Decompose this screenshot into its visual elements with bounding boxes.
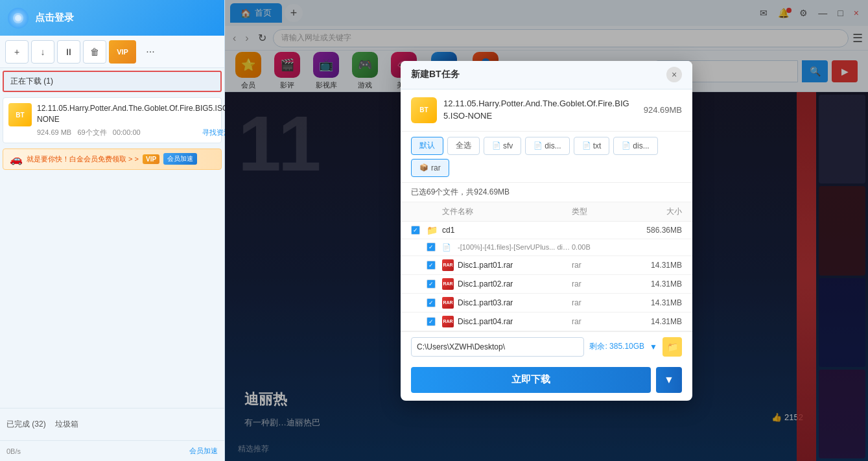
file-row-part01[interactable]: RAR Disc1.part01.rar rar 14.31MB xyxy=(401,256,692,275)
file-size-part04: 14.31MB xyxy=(624,317,682,326)
app-logo xyxy=(8,8,29,29)
status-bar: 0B/s 会员加速 xyxy=(0,440,224,461)
browser-panel: 🏠 首页 + ✉ 🔔 ⚙ — □ × ‹ › ↻ 请输入网址或关键字 ☰ xyxy=(225,0,868,461)
file-row-part02[interactable]: RAR Disc1.part02.rar rar 14.31MB xyxy=(401,275,692,294)
checkbox-cd1[interactable] xyxy=(411,226,420,235)
member-speed-btn[interactable]: 会员加速 xyxy=(163,153,197,165)
rar-icon-part03: RAR xyxy=(442,297,454,309)
checkbox-part03[interactable] xyxy=(427,298,436,307)
modal-file-row: BT 12.11.05.Harry.Potter.And.The.Goblet.… xyxy=(401,89,692,132)
filter-dis2[interactable]: 📄 dis... xyxy=(613,137,657,155)
info-icon: 📄 xyxy=(442,243,451,252)
folder-cd1-icon: 📁 xyxy=(427,225,438,235)
modal-footer-path: 剩余: 385.10GB ▼ 📁 xyxy=(401,331,692,362)
left-bottom-tabs: 已完成 (32) 垃圾箱 xyxy=(0,408,224,440)
file-name-part03: Disc1.part03.rar xyxy=(458,298,572,307)
filter-rar[interactable]: 📦 rar xyxy=(411,159,449,177)
more-button[interactable]: ··· xyxy=(139,40,162,64)
download-now-button[interactable]: 立即下载 xyxy=(411,367,651,393)
filter-default[interactable]: 默认 xyxy=(411,137,443,155)
file-name-part04: Disc1.part04.rar xyxy=(458,317,572,326)
download-arrow-button[interactable]: ▼ xyxy=(656,367,682,393)
modal-header: 新建BT任务 × xyxy=(401,61,692,89)
file-name-part02: Disc1.part02.rar xyxy=(458,279,572,289)
selected-info: 已选69个文件，共924.69MB xyxy=(401,183,692,202)
file-row-info[interactable]: 📄 -[100%]-[41.files]-[ServUPlus... disc1… xyxy=(401,239,692,256)
rar-icon-part04: RAR xyxy=(442,316,454,327)
file-size-cd1: 586.36MB xyxy=(624,226,682,235)
speed-text: 0B/s xyxy=(6,447,21,455)
file-list-header: 文件名称 类型 大小 xyxy=(401,202,692,222)
file-list-body: 📁 cd1 586.36MB 📄 -[100%]-[41.files]-[Ser… xyxy=(401,222,692,331)
bt-folder-icon: BT xyxy=(411,97,437,123)
folder-choose-button[interactable]: 📁 xyxy=(663,337,682,357)
left-panel: 点击登录 + ↓ ⏸ 🗑 VIP ··· 正在下载 (1) BT 12.11.0… xyxy=(0,0,225,461)
filter-all[interactable]: 全选 xyxy=(447,137,480,155)
svg-point-1 xyxy=(15,15,21,21)
vip-badge: VIP xyxy=(143,154,159,164)
file-name-part01: Disc1.part01.rar xyxy=(458,261,572,270)
file-size-part03: 14.31MB xyxy=(624,298,682,307)
modal-overlay: 新建BT任务 × BT 12.11.05.Harry.Potter.And.Th… xyxy=(225,0,868,461)
modal-file-size: 924.69MB xyxy=(644,105,682,115)
modal-download-bar: 立即下载 ▼ xyxy=(401,362,692,401)
modal-title: 新建BT任务 xyxy=(411,69,460,80)
delete-button[interactable]: 🗑 xyxy=(83,40,106,64)
app-title: 点击登录 xyxy=(35,12,74,24)
modal-close-button[interactable]: × xyxy=(666,67,682,82)
download-info: 12.11.05.Harry.Potter.And.The.Goblet.Of.… xyxy=(37,103,231,137)
file-row-cd1[interactable]: 📁 cd1 586.36MB xyxy=(401,222,692,239)
file-row-part04[interactable]: RAR Disc1.part04.rar rar 14.31MB xyxy=(401,313,692,331)
col-type-header: 类型 xyxy=(572,206,624,217)
app-header: 点击登录 xyxy=(0,0,224,36)
file-row-part03[interactable]: RAR Disc1.part03.rar rar 14.31MB xyxy=(401,294,692,313)
modal-file-name: 12.11.05.Harry.Potter.And.The.Goblet.Of.… xyxy=(443,98,637,121)
checkbox-part02[interactable] xyxy=(427,279,436,289)
rar-icon-part02: RAR xyxy=(442,278,454,290)
file-name-info: -[100%]-[41.files]-[ServUPlus... disc1]-… xyxy=(458,242,572,252)
col-name-header: 文件名称 xyxy=(442,206,572,217)
car-icon: 🚗 xyxy=(10,153,23,165)
filter-bar: 默认 全选 📄 sfv 📄 dis... 📄 txt 📄 dis... 📦 ra… xyxy=(401,132,692,183)
rar-icon-part01: RAR xyxy=(442,259,454,271)
file-name-cd1: cd1 xyxy=(442,226,572,235)
add-button[interactable]: + xyxy=(5,40,29,64)
folder-icon: BT xyxy=(8,103,32,126)
pause-button[interactable]: ⏸ xyxy=(57,40,80,64)
downloading-section-header: 正在下载 (1) xyxy=(3,71,222,92)
ad-bar: 🚗 就是要你快！白金会员免费领取 > > VIP 会员加速 xyxy=(3,148,222,170)
filter-dis1[interactable]: 📄 dis... xyxy=(525,137,569,155)
filter-txt[interactable]: 📄 txt xyxy=(574,137,610,155)
save-path-input[interactable] xyxy=(411,337,584,357)
download-button[interactable]: ↓ xyxy=(31,40,54,64)
download-name: 12.11.05.Harry.Potter.And.The.Goblet.Of.… xyxy=(37,103,231,125)
col-size-header: 大小 xyxy=(624,206,682,217)
disk-space-label: 剩余: 385.10GB xyxy=(589,341,644,352)
filter-sfv[interactable]: 📄 sfv xyxy=(484,137,521,155)
toolbar: + ↓ ⏸ 🗑 VIP ··· xyxy=(0,36,224,68)
checkbox-info[interactable] xyxy=(427,242,436,252)
checkbox-part04[interactable] xyxy=(427,317,436,326)
file-size-part02: 14.31MB xyxy=(624,279,682,289)
path-dropdown-arrow[interactable]: ▼ xyxy=(650,342,657,351)
bt-task-modal: 新建BT任务 × BT 12.11.05.Harry.Potter.And.Th… xyxy=(401,61,692,401)
download-item[interactable]: BT 12.11.05.Harry.Potter.And.The.Goblet.… xyxy=(3,97,222,143)
download-meta: 924.69 MB 69个文件 00:00:00 寻找资源 xyxy=(37,128,231,137)
completed-label[interactable]: 已完成 (32) xyxy=(6,419,46,430)
checkbox-part01[interactable] xyxy=(427,261,436,270)
trash-label[interactable]: 垃圾箱 xyxy=(55,419,78,430)
member-speed-link[interactable]: 会员加速 xyxy=(189,446,218,456)
file-size-part01: 14.31MB xyxy=(624,261,682,270)
vip-button[interactable]: VIP xyxy=(109,40,136,64)
